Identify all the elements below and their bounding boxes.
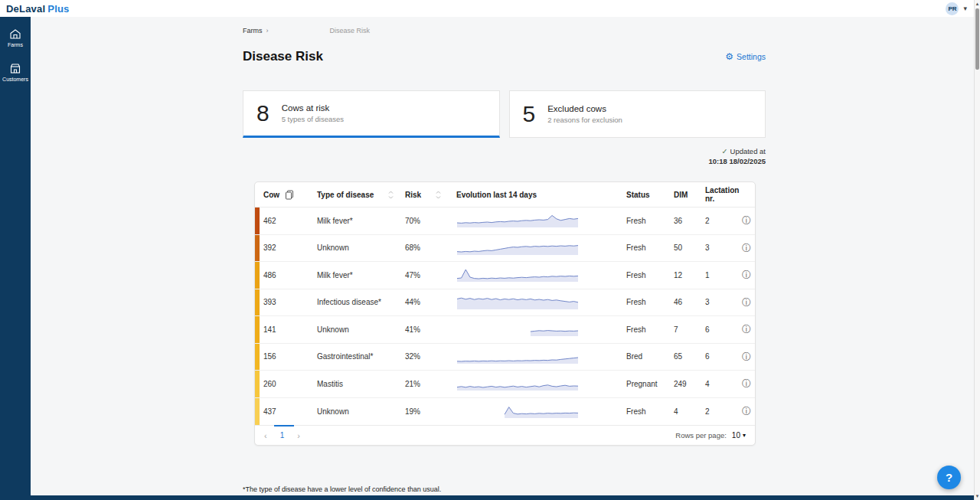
cow-id: 437 xyxy=(260,407,313,416)
disease-type: Unknown xyxy=(313,243,401,252)
risk-value: 68% xyxy=(401,243,449,252)
lactation-number: 2 xyxy=(701,407,738,416)
scroll-up-icon[interactable]: ▲ xyxy=(975,2,980,6)
column-header-dim: DIM xyxy=(670,191,701,199)
sparkline-chart xyxy=(456,264,579,284)
column-header-cow: Cow xyxy=(260,190,313,200)
cow-id: 156 xyxy=(260,352,313,361)
sparkline-chart xyxy=(456,292,579,312)
dim-value: 65 xyxy=(670,352,701,361)
table-row[interactable]: 462 Milk fever* 70% Fresh 36 2 ⓘ xyxy=(255,208,755,235)
dim-value: 7 xyxy=(670,325,701,334)
disease-risk-table: Cow Type of disease Risk xyxy=(254,181,756,446)
card-excluded-cows[interactable]: 5 Excluded cows 2 reasons for exclusion xyxy=(509,90,766,138)
rows-per-page: Rows per page: 10 ▾ xyxy=(675,431,746,440)
sort-icon[interactable] xyxy=(436,191,441,199)
next-page-icon[interactable]: › xyxy=(297,431,300,440)
customers-icon xyxy=(9,63,21,74)
risk-value: 21% xyxy=(401,380,449,388)
table-row[interactable]: 437 Unknown 19% Fresh 4 2 ⓘ xyxy=(255,398,755,426)
breadcrumb-farms[interactable]: Farms xyxy=(243,27,263,34)
lactation-number: 6 xyxy=(701,352,738,361)
card-title: Cows at risk xyxy=(282,103,344,113)
info-icon[interactable]: ⓘ xyxy=(742,243,751,253)
lactation-number: 1 xyxy=(701,271,738,279)
column-header-evolution: Evolution last 14 days xyxy=(449,191,622,199)
info-icon[interactable]: ⓘ xyxy=(742,352,751,361)
column-label: Status xyxy=(626,191,650,199)
sparkline-chart xyxy=(456,373,579,393)
card-cows-at-risk[interactable]: 8 Cows at risk 5 types of diseases xyxy=(243,90,500,138)
table-row[interactable]: 392 Unknown 68% Fresh 50 3 ⓘ xyxy=(255,235,755,263)
info-icon[interactable]: ⓘ xyxy=(742,216,751,225)
settings-button[interactable]: ⚙ Settings xyxy=(725,52,766,61)
disease-type: Unknown xyxy=(313,407,401,416)
table-row[interactable]: 260 Mastitis 21% Pregnant 249 4 ⓘ xyxy=(255,371,755,398)
rows-per-page-select[interactable]: 10 ▾ xyxy=(732,431,746,440)
cow-status: Pregnant xyxy=(622,380,670,388)
copy-icon[interactable] xyxy=(285,190,294,200)
column-header-risk[interactable]: Risk xyxy=(401,191,449,199)
column-label: Evolution last 14 days xyxy=(456,191,537,199)
column-label: DIM xyxy=(674,191,688,199)
info-icon[interactable]: ⓘ xyxy=(742,325,751,334)
cow-status: Fresh xyxy=(622,217,670,225)
info-icon[interactable]: ⓘ xyxy=(742,379,751,388)
scrollbar-thumb[interactable] xyxy=(975,8,979,70)
cow-status: Fresh xyxy=(622,407,670,416)
sort-icon[interactable] xyxy=(388,191,394,199)
page-number[interactable]: 1 xyxy=(280,431,285,440)
previous-page-icon[interactable]: ‹ xyxy=(264,431,267,440)
table-row[interactable]: 486 Milk fever* 47% Fresh 12 1 ⓘ xyxy=(255,262,755,289)
vertical-scrollbar[interactable]: ▲ ▼ xyxy=(974,0,980,500)
info-icon[interactable]: ⓘ xyxy=(742,407,751,416)
cow-status: Fresh xyxy=(622,271,670,279)
updated-label: Updated at xyxy=(730,147,766,155)
sidebar-item-customers[interactable]: Customers xyxy=(0,60,31,84)
sparkline-chart xyxy=(456,237,579,257)
disease-type: Milk fever* xyxy=(313,271,401,279)
column-header-disease[interactable]: Type of disease xyxy=(313,191,401,199)
table-row[interactable]: 393 Infectious disease* 44% Fresh 46 3 ⓘ xyxy=(255,289,755,317)
sidebar-item-label: Farms xyxy=(8,42,23,47)
info-icon[interactable]: ⓘ xyxy=(742,270,751,279)
evolution-sparkline xyxy=(449,237,622,259)
evolution-sparkline xyxy=(449,319,622,340)
evolution-sparkline xyxy=(449,346,622,368)
scroll-down-icon[interactable]: ▼ xyxy=(975,494,980,498)
disease-type: Mastitis xyxy=(313,380,401,388)
rows-per-page-value: 10 xyxy=(732,431,740,440)
table-row[interactable]: 156 Gastrointestinal* 32% Bred 65 6 ⓘ xyxy=(255,344,755,371)
cow-id: 486 xyxy=(260,271,313,279)
column-label: Type of disease xyxy=(317,191,374,199)
risk-value: 70% xyxy=(401,217,449,225)
cow-status: Bred xyxy=(622,352,670,361)
evolution-sparkline xyxy=(449,292,622,313)
gear-icon: ⚙ xyxy=(725,52,733,61)
evolution-sparkline xyxy=(449,210,622,231)
logo-text-plus: Plus xyxy=(47,3,69,15)
footnote: *The type of disease have a lower level … xyxy=(243,485,441,493)
breadcrumb-current: Disease Risk xyxy=(330,27,371,34)
user-menu[interactable]: PR ▾ xyxy=(946,2,967,15)
delaval-plus-logo[interactable]: DeLavalPlus xyxy=(6,3,70,15)
lactation-number: 6 xyxy=(701,325,738,334)
topbar: DeLavalPlus PR ▾ xyxy=(0,0,974,17)
disease-type: Unknown xyxy=(313,325,401,334)
avatar[interactable]: PR xyxy=(946,2,959,15)
sparkline-chart xyxy=(456,400,579,420)
help-button[interactable]: ? xyxy=(937,466,961,489)
chevron-down-icon[interactable]: ▾ xyxy=(963,5,967,12)
column-label: Cow xyxy=(263,191,279,199)
lactation-number: 3 xyxy=(701,298,738,306)
table-row[interactable]: 141 Unknown 41% Fresh 7 6 ⓘ xyxy=(255,316,755,344)
cow-id: 141 xyxy=(260,325,313,334)
summary-cards: 8 Cows at risk 5 types of diseases 5 Exc… xyxy=(243,90,766,138)
risk-value: 19% xyxy=(401,407,449,416)
info-icon[interactable]: ⓘ xyxy=(742,298,751,307)
sidebar-item-farms[interactable]: Farms xyxy=(0,26,31,50)
updated-timestamp: 10:18 18/02/2025 xyxy=(582,156,766,166)
card-subtitle: 2 reasons for exclusion xyxy=(547,116,622,124)
table-header: Cow Type of disease Risk xyxy=(255,182,755,208)
sidebar-item-label: Customers xyxy=(2,77,28,82)
